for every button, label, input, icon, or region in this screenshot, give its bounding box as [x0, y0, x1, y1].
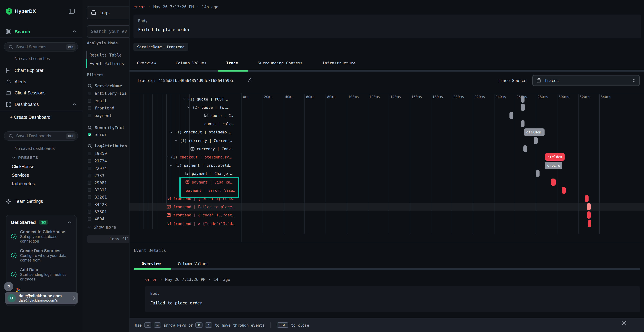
- span-row[interactable]: (1)currency | Currenc…: [134, 136, 241, 144]
- checkbox[interactable]: [88, 92, 91, 95]
- span-bar[interactable]: [521, 104, 525, 111]
- filter-option[interactable]: 34423: [88, 202, 107, 207]
- event-details-tab-overview[interactable]: Overview: [142, 262, 161, 266]
- span-bar[interactable]: [562, 186, 566, 194]
- sidebar-item-search[interactable]: Search: [6, 28, 76, 34]
- presets-header[interactable]: PRESETS: [12, 155, 38, 160]
- checkbox[interactable]: [88, 203, 91, 206]
- help-button[interactable]: ?: [4, 282, 13, 291]
- create-dashboard-button[interactable]: + Create Dashboard: [10, 115, 50, 120]
- span-bar[interactable]: [510, 112, 514, 119]
- span-bar[interactable]: [534, 137, 538, 144]
- trace-source-select[interactable]: Traces: [532, 75, 640, 86]
- sidebar-item-team-settings[interactable]: Team Settings: [6, 198, 76, 204]
- span-bar[interactable]: [551, 178, 556, 186]
- tab-infrastructure[interactable]: Infrastructure: [322, 61, 356, 66]
- checkbox[interactable]: [88, 159, 91, 162]
- event-details-tab-column-values[interactable]: Column Values: [178, 262, 208, 266]
- span-bar-labeled[interactable]: oteldem: [545, 153, 565, 161]
- saved-dashboards-input[interactable]: Saved Dashboards ⌘K: [4, 131, 78, 140]
- span-row[interactable]: currency | Conv…: [134, 144, 241, 153]
- span-bar-labeled[interactable]: oteldem: [524, 128, 544, 136]
- get-started-item[interactable]: Add DataStart sending logs, metrics, or …: [11, 267, 72, 282]
- span-row[interactable]: quote | calc…: [134, 120, 241, 128]
- preset-item-kubernetes[interactable]: Kubernetes: [12, 181, 35, 186]
- chevron-down-icon[interactable]: [187, 106, 190, 108]
- span-row[interactable]: (1)checkout | oteldemo.Pa…: [134, 153, 241, 161]
- tab-column-values[interactable]: Column Values: [176, 61, 206, 66]
- span-bar[interactable]: [536, 170, 540, 177]
- filter-option[interactable]: 29081: [88, 180, 107, 185]
- saved-searches-input[interactable]: Saved Searches ⌘K: [4, 42, 78, 52]
- checkbox[interactable]: [88, 152, 91, 155]
- filter-option[interactable]: frontend: [88, 105, 114, 110]
- span-bar[interactable]: [521, 120, 525, 127]
- sidebar-collapse-icon[interactable]: [69, 8, 75, 14]
- filter-option[interactable]: error: [88, 132, 107, 137]
- chevron-down-icon[interactable]: [170, 131, 173, 134]
- filter-option[interactable]: email: [88, 98, 107, 104]
- checkbox[interactable]: [88, 210, 91, 214]
- span-bar[interactable]: [521, 95, 525, 102]
- sidebar-item-alerts[interactable]: Alerts: [6, 79, 76, 85]
- analysis-mode-option-results-table[interactable]: Results Table: [90, 52, 122, 58]
- span-row[interactable]: (2)quote | {cl…: [134, 103, 241, 111]
- get-started-item[interactable]: Create Data SourcesConfigure where your …: [11, 248, 72, 263]
- span-row[interactable]: payment | Charge …: [134, 170, 241, 178]
- checkbox[interactable]: [88, 217, 91, 220]
- span-bar[interactable]: [587, 212, 591, 219]
- chevron-down-icon[interactable]: [170, 164, 173, 166]
- span-bar[interactable]: [585, 195, 589, 202]
- span-bar[interactable]: [523, 145, 527, 152]
- checkbox[interactable]: [88, 166, 91, 170]
- filter-option[interactable]: 33261: [88, 194, 107, 200]
- filter-option[interactable]: 22974: [88, 166, 107, 171]
- checkbox[interactable]: [88, 195, 91, 199]
- preset-item-clickhouse[interactable]: ClickHouse: [12, 164, 34, 169]
- span-row[interactable]: frontend | × {"code":13,"d…: [134, 219, 241, 228]
- preset-item-services[interactable]: Services: [12, 173, 29, 178]
- chevron-down-icon[interactable]: [182, 98, 186, 100]
- analysis-mode-option-event-patterns[interactable]: Event Patterns: [90, 61, 124, 66]
- filter-option[interactable]: 19350: [88, 150, 107, 156]
- filter-option[interactable]: 37801: [88, 209, 107, 214]
- span-row[interactable]: (3)payment | grpc.oteld…: [134, 161, 241, 170]
- tab-surrounding-context[interactable]: Surrounding Context: [258, 61, 303, 66]
- chevron-up-icon[interactable]: [72, 30, 76, 33]
- span-bar[interactable]: [587, 203, 591, 210]
- sidebar-item-client-sessions[interactable]: Client Sessions: [6, 90, 76, 96]
- user-profile-chip[interactable]: D dale@clickhouse.com dale@clickhouse.co…: [5, 292, 78, 304]
- tab-overview[interactable]: Overview: [137, 61, 156, 66]
- span-row[interactable]: frontend | {"code":13,"det…: [134, 211, 241, 219]
- checkbox[interactable]: [88, 188, 91, 192]
- filter-option[interactable]: 21734: [88, 158, 107, 164]
- sidebar-item-dashboards[interactable]: Dashboards: [6, 101, 76, 107]
- sidebar-item-chart-explorer[interactable]: Chart Explorer: [6, 67, 76, 73]
- span-row[interactable]: quote | C…: [134, 112, 241, 120]
- filter-option[interactable]: 4894: [88, 216, 104, 222]
- checkbox[interactable]: [88, 106, 91, 110]
- span-bar-labeled[interactable]: grpc.o: [545, 162, 562, 169]
- checkbox[interactable]: [88, 174, 91, 177]
- get-started-item[interactable]: Connect to ClickHouseSet up your databas…: [11, 229, 72, 244]
- checkbox[interactable]: [88, 181, 91, 184]
- filter-option[interactable]: artillery-loa: [88, 90, 127, 96]
- chevron-down-icon[interactable]: [165, 156, 168, 158]
- show-more-link[interactable]: Show more: [88, 225, 116, 230]
- tab-trace[interactable]: Trace: [226, 61, 238, 66]
- span-row[interactable]: frontend | Failed to place…: [134, 203, 241, 211]
- filter-option[interactable]: payment: [88, 113, 112, 118]
- edit-pencil-icon[interactable]: [248, 77, 252, 82]
- span-row[interactable]: (1)quote | POST …: [134, 95, 241, 103]
- filter-option[interactable]: 32311: [88, 187, 107, 192]
- chevron-up-icon[interactable]: [67, 221, 72, 224]
- service-name-chip[interactable]: ServiceName: frontend: [134, 43, 188, 51]
- filter-option[interactable]: 2333: [88, 173, 104, 178]
- checkbox-checked[interactable]: [88, 132, 91, 136]
- chevron-down-icon[interactable]: [174, 139, 178, 142]
- checkbox[interactable]: [88, 99, 91, 102]
- span-bar[interactable]: [588, 220, 592, 227]
- span-row[interactable]: (1)checkout | oteldemo.…: [134, 128, 241, 136]
- checkbox[interactable]: [88, 114, 91, 117]
- close-icon[interactable]: [622, 320, 627, 326]
